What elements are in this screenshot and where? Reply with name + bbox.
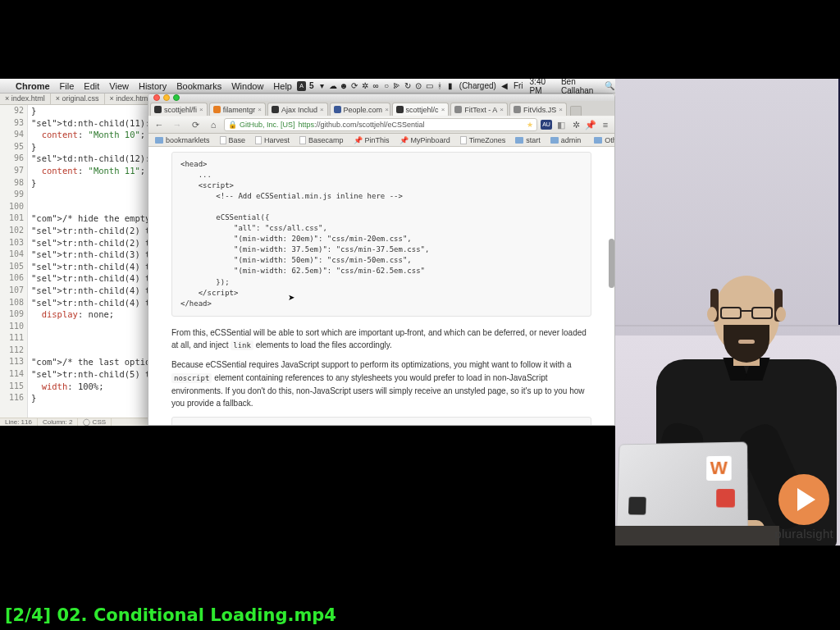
code-block-1: <head> ... <script> <!-- Add eCSSential.…	[171, 152, 591, 317]
clock-time[interactable]: 3:40 PM	[527, 79, 558, 95]
extension-gear-icon[interactable]: ✲	[570, 119, 582, 130]
bookmark-item[interactable]: 📌MyPinboard	[396, 135, 454, 145]
browser-tab[interactable]: FitText - A ×	[450, 103, 508, 116]
battery-status: (Charged)	[456, 81, 500, 90]
editor-gutter: 9293949596979899100101102103104105106107…	[0, 105, 28, 418]
other-bookmarks[interactable]: Other Bookmarks	[591, 135, 615, 145]
browser-tab[interactable]: People.com ×	[330, 103, 390, 116]
forward-button[interactable]: →	[170, 118, 185, 131]
bookmark-item[interactable]: admin	[547, 135, 585, 145]
extension-au-icon[interactable]: AU	[541, 120, 552, 130]
tab-label: filamentgr	[223, 106, 256, 114]
bookmark-item[interactable]: TimeZones	[457, 135, 509, 145]
clock-day[interactable]: Fri	[510, 81, 527, 90]
omnibox[interactable]: 🔒 GitHub, Inc. [US] https://github.com/s…	[224, 118, 537, 131]
page-content[interactable]: <head> ... <script> <!-- Add eCSSential.…	[148, 147, 614, 425]
browser-tab[interactable]: filamentgr ×	[209, 103, 266, 116]
page-icon	[299, 136, 306, 144]
browser-tab[interactable]: FitVids.JS ×	[509, 103, 567, 116]
minimize-button[interactable]	[163, 94, 170, 101]
laptop: W	[615, 422, 763, 546]
tab-label: FitText - A	[464, 106, 497, 114]
sync-icon[interactable]: ⟳	[349, 79, 360, 94]
browser-tab[interactable]: scottjehl/c ×	[392, 103, 450, 116]
bookmark-star-icon[interactable]: ★	[527, 121, 533, 129]
user-name[interactable]: Ben Callahan	[558, 79, 605, 95]
bookmark-item[interactable]: Base	[217, 135, 249, 145]
battery-icon[interactable]: ▮	[445, 79, 456, 94]
extension-pin-icon[interactable]: 📌	[585, 119, 596, 130]
close-button[interactable]	[153, 94, 160, 101]
code-block-2: <head> ... <script> <!-- Add eCSSential.…	[171, 417, 591, 425]
chrome-menu-icon[interactable]: ≡	[600, 119, 611, 130]
bookmark-item[interactable]: Harvest	[252, 135, 293, 145]
bluetooth-icon[interactable]: ᚼ	[435, 79, 445, 94]
menu-app[interactable]: Chrome	[11, 79, 55, 94]
tab-close-icon[interactable]: ×	[559, 106, 563, 113]
notif-icon[interactable]: 5	[306, 79, 317, 94]
omnibox-org: GitHub, Inc. [US]	[240, 121, 295, 129]
tab-close-icon[interactable]: ×	[385, 106, 389, 113]
page-icon	[460, 136, 467, 144]
adobe-icon[interactable]: A	[297, 81, 306, 91]
vertical-scrollbar[interactable]	[609, 147, 614, 425]
new-tab-button[interactable]	[570, 106, 582, 116]
bookmark-item[interactable]: Basecamp	[296, 135, 347, 145]
presenter-video: W pluralsight	[615, 79, 840, 546]
tab-close-icon[interactable]: ×	[441, 106, 445, 113]
tab-close-icon[interactable]: ×	[320, 106, 324, 113]
spotlight-icon[interactable]: 🔍	[605, 79, 615, 94]
back-button[interactable]: ←	[152, 118, 167, 131]
zoom-button[interactable]	[173, 94, 180, 101]
refresh-icon[interactable]: ↻	[403, 79, 413, 94]
tab-close-icon[interactable]: ×	[199, 106, 203, 113]
bookmark-item[interactable]: 📌PinThis	[350, 135, 393, 145]
link-icon[interactable]: ∞	[371, 79, 381, 94]
browser-tab[interactable]: scottjehl/fi ×	[150, 103, 208, 116]
dropbox-icon[interactable]: ▾	[317, 79, 327, 94]
cloud-icon[interactable]: ☁	[327, 79, 338, 94]
menu-bookmarks[interactable]: Bookmarks	[171, 79, 226, 94]
menu-window[interactable]: Window	[226, 79, 268, 94]
browser-tab[interactable]: Ajax Includ ×	[267, 103, 328, 116]
bookmark-item[interactable]: bookmarklets	[152, 135, 213, 145]
bookmark-item[interactable]: start	[512, 135, 544, 145]
editor-tab[interactable]: × original.css	[51, 94, 105, 104]
menu-file[interactable]: File	[55, 79, 80, 94]
menu-history[interactable]: History	[134, 79, 171, 94]
editor-tab[interactable]: × index.html	[0, 94, 51, 104]
tab-close-icon[interactable]: ×	[500, 106, 504, 113]
sticker	[716, 489, 735, 508]
bookmark-label: MyPinboard	[411, 136, 450, 144]
bookmark-label: bookmarklets	[166, 136, 210, 144]
inline-code: link	[231, 340, 253, 350]
status-lang: ◯ CSS	[78, 418, 112, 426]
inline-code: noscript	[171, 373, 212, 383]
menu-edit[interactable]: Edit	[79, 79, 104, 94]
folder-icon	[515, 137, 523, 144]
chat-icon[interactable]: ☻	[338, 79, 349, 94]
home-button[interactable]: ⌂	[206, 118, 221, 131]
eye-icon[interactable]: ⊙	[413, 79, 424, 94]
bookmark-label: PinThis	[365, 136, 390, 144]
gear-icon[interactable]: ✲	[360, 79, 371, 94]
menu-help[interactable]: Help	[268, 79, 297, 94]
omnibox-proto: https	[299, 121, 315, 129]
display-icon[interactable]: ▭	[424, 79, 435, 94]
menu-view[interactable]: View	[104, 79, 134, 94]
chrome-titlebar[interactable]	[148, 94, 614, 101]
bookmark-label: admin	[561, 136, 582, 144]
wifi-icon[interactable]: ⫸	[392, 79, 403, 94]
reload-button[interactable]: ⟳	[188, 118, 203, 131]
volume-icon[interactable]: ◀	[500, 79, 510, 94]
favicon-icon	[454, 106, 462, 113]
chrome-window: scottjehl/fi × filamentgr × Ajax Includ …	[148, 94, 615, 426]
tab-close-icon[interactable]: ×	[258, 106, 262, 113]
extension-icon[interactable]: ◧	[555, 119, 567, 130]
paragraph-1: From this, eCSSential will be able to so…	[171, 326, 591, 352]
video-filename: [2/4] 02. Conditional Loading.mp4	[5, 605, 336, 625]
chrome-tabstrip: scottjehl/fi × filamentgr × Ajax Includ …	[148, 101, 614, 116]
folder-icon	[594, 137, 602, 144]
bookmarks-bar: bookmarkletsBaseHarvestBasecamp📌PinThis📌…	[148, 134, 614, 147]
circle-icon[interactable]: ○	[381, 79, 392, 94]
